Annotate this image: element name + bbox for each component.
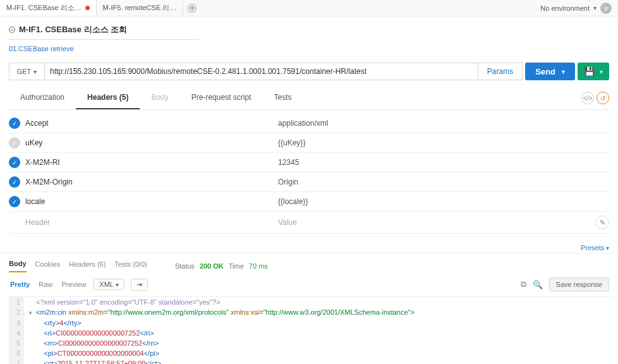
http-method-select[interactable]: GET ▾ (9, 63, 44, 80)
header-row[interactable]: ✓ Accept application/xml (9, 114, 609, 133)
checkbox-icon[interactable]: ✓ (9, 118, 20, 129)
checkbox-icon[interactable]: ✓ (9, 157, 20, 168)
header-key[interactable]: locale (25, 197, 278, 206)
tab-body[interactable]: Body (140, 87, 179, 109)
wrap-lines-button[interactable]: ⇥ (131, 279, 148, 291)
code-line: 1<?xml version="1.0" encoding="UTF-8" st… (9, 297, 613, 307)
status-code: 200 OK (200, 262, 224, 270)
header-value[interactable]: {{uKey}} (278, 138, 609, 147)
http-method-value: GET (17, 68, 32, 75)
top-tab-bar: M-IF1. CSEBase 리소… M-IF5. remoteCSE 리… +… (0, 0, 618, 16)
checkbox-icon[interactable]: ✓ (9, 176, 20, 188)
header-row[interactable]: ✓ X-M2M-RI 12345 (9, 153, 609, 173)
checkbox-icon[interactable]: ✓ (9, 196, 20, 207)
header-row[interactable]: ✓ uKey {{uKey}} (9, 133, 609, 153)
code-line: 7 <ct>2015-11-27T17:58:57+09:00</ct> (9, 358, 613, 364)
response-body-code[interactable]: 1<?xml version="1.0" encoding="UTF-8" st… (9, 296, 613, 364)
header-value[interactable]: application/xml (278, 119, 609, 128)
request-subtabs: Authorization Headers (5) Body Pre-reque… (9, 87, 609, 110)
tab-authorization[interactable]: Authorization (9, 87, 76, 109)
url-input[interactable] (44, 63, 478, 80)
header-key[interactable]: uKey (25, 138, 278, 147)
chevron-down-icon: ▾ (562, 68, 565, 75)
top-tab-1-label: M-IF5. remoteCSE 리… (103, 3, 177, 13)
resp-tab-headers[interactable]: Headers (6) (69, 260, 106, 272)
line-number: 2 (9, 307, 24, 318)
chevron-down-icon: ▾ (600, 68, 603, 75)
top-tab-1[interactable]: M-IF5. remoteCSE 리… (97, 0, 184, 16)
view-raw[interactable]: Raw (37, 278, 54, 291)
code-line: 6 <pi>CT00000000000000000004</pi> (9, 348, 613, 358)
response-lang-select[interactable]: XML ▾ (94, 279, 124, 290)
header-row[interactable]: ✓ locale {{locale}} (9, 192, 609, 212)
send-button-label: Send (535, 67, 555, 76)
header-value[interactable]: {{locale}} (278, 197, 609, 206)
checkbox-icon[interactable]: ✓ (9, 137, 20, 149)
resp-tab-cookies[interactable]: Cookies (35, 260, 61, 272)
copy-icon[interactable]: ⧉ (521, 279, 526, 289)
chevron-down-icon: ▾ (593, 4, 597, 11)
code-line: 3 <rty>4</rty> (9, 318, 613, 328)
unsaved-dot-icon (85, 6, 90, 10)
line-number: 6 (9, 348, 24, 358)
resp-tab-body[interactable]: Body (9, 260, 27, 272)
line-number: 7 (9, 358, 24, 364)
header-row[interactable]: ✓ X-M2M-Origin Origin (9, 173, 609, 192)
code-snippet-icon[interactable]: </> (581, 92, 594, 104)
environment-selector[interactable]: No environment ▾ x (540, 3, 612, 14)
response-time: 70 ms (249, 262, 268, 270)
code-line: 4 <ri>CI00000000000000007252</ri> (9, 328, 613, 338)
reset-icon[interactable]: ↺ (597, 92, 609, 104)
view-preview[interactable]: Preview (60, 278, 87, 291)
environment-label: No environment (540, 4, 590, 12)
collection-sublink[interactable]: 01.CSEBase retrieve (0, 40, 618, 63)
page-title: M-IF1. CSEBase 리소스 조회 (19, 24, 127, 35)
view-pretty[interactable]: Pretty (9, 278, 31, 291)
header-value[interactable]: 12345 (278, 158, 609, 167)
save-response-button[interactable]: Save response (549, 277, 609, 291)
save-icon: 💾 (584, 66, 595, 76)
headers-table: ✓ Accept application/xml✓ uKey {{uKey}}✓… (0, 110, 618, 243)
new-tab-button[interactable]: + (187, 3, 197, 13)
tab-headers[interactable]: Headers (5) (76, 87, 140, 109)
send-button[interactable]: Send ▾ (525, 63, 575, 80)
line-number: 5 (9, 338, 24, 348)
top-tab-0[interactable]: M-IF1. CSEBase 리소… (0, 0, 97, 16)
header-key-placeholder[interactable]: Header (25, 218, 278, 227)
resp-tab-tests[interactable]: Tests (0/0) (114, 260, 147, 272)
save-button[interactable]: 💾 ▾ (578, 63, 609, 80)
tab-tests[interactable]: Tests (262, 87, 303, 109)
account-avatar[interactable]: x (600, 3, 612, 14)
response-status: Status 200 OK Time 70 ms (175, 262, 268, 270)
line-number: 3 (9, 318, 24, 328)
header-key[interactable]: Accept (25, 119, 278, 128)
line-number: 1 (9, 297, 24, 307)
top-tabs: M-IF1. CSEBase 리소… M-IF5. remoteCSE 리… + (0, 0, 197, 16)
header-value[interactable]: Origin (278, 178, 609, 186)
header-value-placeholder[interactable]: Value (278, 218, 595, 227)
presets-dropdown[interactable]: Presets ▾ (0, 243, 618, 253)
top-tab-0-label: M-IF1. CSEBase 리소… (6, 3, 82, 13)
header-key[interactable]: X-M2M-Origin (25, 178, 278, 186)
chevron-down-icon: ▾ (604, 245, 609, 252)
collapse-icon[interactable] (9, 27, 15, 33)
header-row-placeholder[interactable]: Header Value ✎ (9, 212, 609, 234)
response-toolbar: Pretty Raw Preview XML ▾ ⇥ ⧉ 🔍 Save resp… (0, 272, 618, 296)
header-key[interactable]: X-M2M-RI (25, 158, 278, 167)
line-number: 4 (9, 328, 24, 338)
params-button[interactable]: Params (478, 63, 523, 80)
code-line: 2▾<m2m:cin xmlns:m2m="http://www.onem2m.… (9, 307, 613, 318)
response-tabs: Body Cookies Headers (6) Tests (0/0) Sta… (0, 253, 618, 272)
edit-icon[interactable]: ✎ (595, 215, 609, 229)
chevron-down-icon: ▾ (33, 68, 37, 75)
search-icon[interactable]: 🔍 (533, 280, 543, 289)
page-title-row: M-IF1. CSEBase 리소스 조회 (0, 16, 618, 38)
code-line: 5 <rn>CI00000000000000007252</rn> (9, 338, 613, 348)
chevron-down-icon: ▾ (116, 281, 119, 288)
request-bar: GET ▾ Params Send ▾ 💾 ▾ (9, 63, 609, 80)
tab-prerequest[interactable]: Pre-request script (180, 87, 263, 109)
